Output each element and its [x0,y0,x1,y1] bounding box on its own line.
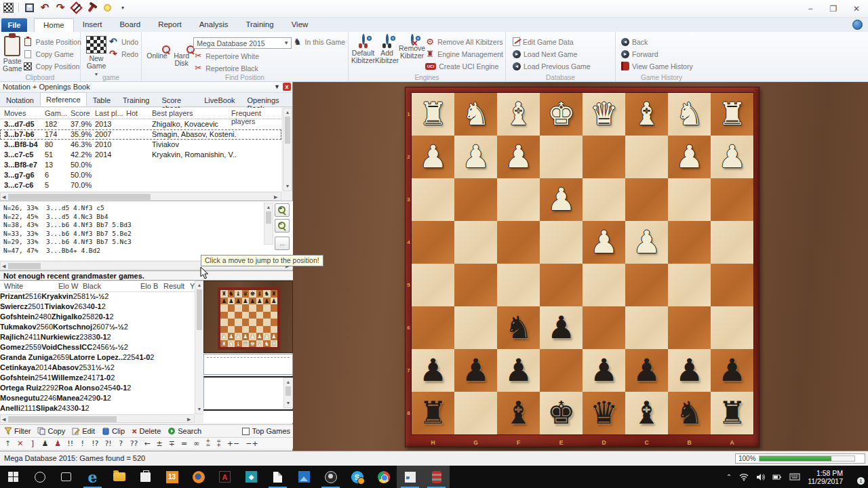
repertoire-white-button[interactable]: ✂Repertoire White [193,51,292,61]
square[interactable]: ♞ [454,93,497,136]
square[interactable] [583,306,625,349]
forward-button[interactable]: ▸Forward [621,49,693,59]
square[interactable] [235,326,242,333]
panel-tab-score-sheet[interactable]: Score sheet [155,94,198,106]
square[interactable]: ♟ [242,333,250,340]
annotation-symbol[interactable]: ∓ [169,439,175,449]
add-kibitzer-button[interactable]: Add Kibitzer [375,34,399,64]
annotation-symbol[interactable]: ?! [104,439,111,449]
more-options-button[interactable]: ... [275,237,290,250]
square[interactable]: ♟ [263,298,271,305]
square[interactable]: ♟ [668,349,711,392]
col-elo-w[interactable]: Elo W [58,282,78,290]
square[interactable]: ♟ [263,333,271,340]
col-elo-b[interactable]: Elo B [140,282,158,290]
square[interactable]: ♟ [271,333,278,340]
task-view-icon[interactable] [53,466,79,488]
square[interactable] [256,326,264,333]
zoom-in-button[interactable]: + [275,203,290,217]
square[interactable]: ♟ [412,349,454,392]
square[interactable] [242,319,250,326]
square[interactable] [263,312,271,319]
square[interactable] [220,312,228,319]
square[interactable] [625,264,668,306]
square[interactable] [249,326,256,333]
square[interactable] [220,326,228,333]
undo-button[interactable]: ↶Undo [109,37,138,47]
game-row[interactable]: Prizant2516Kryakvin2581½-½2 [0,292,195,302]
square[interactable] [242,312,250,319]
engine-vscrollbar[interactable]: ▲ [264,203,273,245]
square[interactable]: ♟ [583,221,625,264]
engine-management-button[interactable]: ♜Engine Management [425,49,503,59]
square[interactable]: ♞ [668,392,711,434]
square[interactable] [540,349,583,392]
game-row[interactable]: Swiercz2501Tiviakov26340-12 [0,302,195,312]
repertoire-black-button[interactable]: ✂Repertoire Black [193,63,292,73]
square[interactable] [228,326,235,333]
square[interactable]: ♟ [249,298,256,305]
reference-row[interactable]: 3...c7-c55142.2%2014Kryakvin, Romanishin… [0,150,281,160]
annotation-symbol[interactable]: ? [118,439,124,449]
annotation-symbol[interactable]: += [205,439,210,447]
reference-row[interactable]: 3...Bf8-b48046.3%2010Tiviakov [0,140,281,150]
undo-icon[interactable]: ↶ [39,2,50,13]
square[interactable] [625,306,668,349]
square[interactable] [711,178,753,221]
qat-dropdown-icon[interactable]: ▾ [117,2,128,13]
tab-analysis[interactable]: Analysis [191,18,237,32]
help-icon[interactable] [852,20,863,30]
panel-tab-openings-book[interactable]: Openings Book [241,94,292,106]
col-white[interactable]: White [4,282,23,290]
panel-close-icon[interactable]: x [283,83,291,91]
game-row[interactable]: Rajlich2411Nurkiewicz23830-12 [0,333,195,343]
square[interactable] [454,392,497,434]
square[interactable]: ♞ [263,290,271,298]
square[interactable]: ♟ [625,221,668,264]
battery-icon[interactable] [772,474,782,481]
checkbox-icon[interactable] [242,428,250,435]
square[interactable] [454,221,497,264]
engine-line[interactable]: N=26, 33% 3...d5 4.Nf3 c5 [3,204,132,213]
square[interactable]: ♟ [235,333,242,340]
copy-button[interactable]: Copy [37,427,65,435]
chrome-icon[interactable] [370,466,397,488]
reference-row[interactable]: 3...c7-c6570.0% [0,180,281,190]
square[interactable]: ♚ [540,392,583,434]
tab-insert[interactable]: Insert [74,18,111,32]
square[interactable] [263,326,271,333]
square[interactable] [220,319,228,326]
database-app-icon[interactable] [423,466,450,488]
game-row[interactable]: Ortega Ruiz2292Roa Alonso24540-12 [0,384,195,394]
square[interactable] [454,306,497,349]
tab-view[interactable]: View [283,18,317,32]
square[interactable]: ♟ [256,298,264,305]
square[interactable]: ♜ [271,290,278,298]
close-button[interactable]: ✕ [845,0,868,18]
online-button[interactable]: Online [144,34,170,60]
square[interactable] [540,221,583,264]
square[interactable]: ♟ [256,333,264,340]
tab-report[interactable]: Report [149,18,191,32]
square[interactable] [263,319,271,326]
edge-icon[interactable]: e [79,466,106,488]
square[interactable] [668,264,711,306]
engine-line[interactable]: N=38, 43% 3...b6 4.Nf3 Bb7 5.Bd3 [3,221,132,230]
engine-line[interactable]: N=47, 47% 3...Bb4+ 4.Bd2 [3,247,132,256]
square[interactable] [412,221,454,264]
square[interactable]: ♟ [242,298,250,305]
volume-icon[interactable] [756,473,765,481]
square[interactable] [228,319,235,326]
square[interactable] [242,326,250,333]
square[interactable]: ♟ [497,349,540,392]
col-black[interactable]: Black [83,282,101,290]
square[interactable]: ♚ [249,340,256,348]
engine-lines[interactable]: N=26, 33% 3...d5 4.Nf3 c5N=22, 45% 3...d… [3,204,132,255]
square[interactable]: ♞ [228,290,235,298]
square[interactable]: ♟ [228,298,235,305]
reference-vscrollbar[interactable]: ▲▼ [283,108,292,191]
square[interactable] [625,136,668,178]
load-previous-game-button[interactable]: ◂Load Previous Game [513,61,591,71]
square[interactable] [249,312,256,319]
panel-tab-reference[interactable]: Reference [40,92,87,106]
